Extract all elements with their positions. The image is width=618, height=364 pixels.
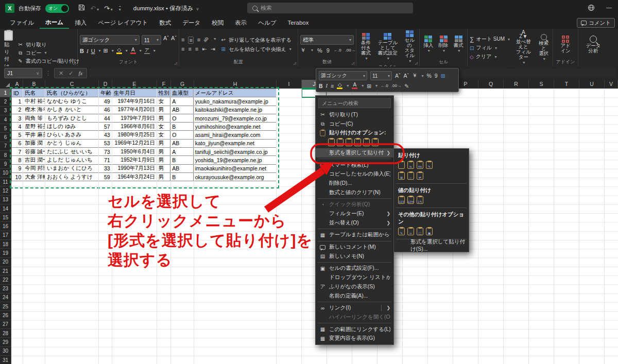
undo-icon[interactable]: ↶▾: [90, 5, 99, 12]
table-cell[interactable]: 谷藤 誠一: [23, 148, 45, 156]
table-cell[interactable]: 59: [99, 172, 112, 181]
table-cell[interactable]: O: [170, 114, 194, 122]
row-header-4[interactable]: 4: [0, 115, 11, 124]
column-header-D[interactable]: D: [99, 80, 112, 89]
fill-button[interactable]: ⊡フィル▾: [470, 44, 510, 51]
column-header-C[interactable]: C: [45, 80, 99, 89]
table-cell[interactable]: A: [170, 97, 194, 106]
tab-表示[interactable]: 表示: [229, 16, 252, 29]
row-header-23[interactable]: 23: [0, 285, 11, 293]
table-cell[interactable]: kaitokashiki@example.ne.jp: [193, 106, 276, 114]
table-cell[interactable]: yumihoshino@example.net: [193, 123, 276, 131]
menu-item-クイック分析Q[interactable]: ◔クイック分析(Q): [316, 200, 393, 210]
mini-bold-button[interactable]: B: [319, 83, 323, 89]
align-left-button[interactable]: ≡: [181, 46, 184, 53]
row-header-28[interactable]: 28: [0, 329, 11, 338]
table-header-cell[interactable]: 生年月日: [112, 89, 157, 97]
menu-item-形式を選択して貼り付けS[interactable]: 形式を選択して貼り付け(S)...❯: [316, 148, 393, 158]
increase-decimal-button[interactable]: ←.0: [334, 48, 341, 53]
row-header-17[interactable]: 17: [0, 231, 11, 240]
table-cell[interactable]: 46: [99, 106, 112, 114]
font-name-select[interactable]: 源ゴシック▾: [80, 35, 140, 45]
tab-データ[interactable]: データ: [177, 16, 206, 29]
menu-item-新しいメモN[interactable]: ▤新しいメモ(N): [316, 252, 393, 261]
column-header-R[interactable]: R: [504, 80, 529, 89]
table-cell[interactable]: 両角 等: [23, 114, 45, 122]
insert-function-icon[interactable]: fx: [78, 70, 82, 76]
mini-grow-font-button[interactable]: Aˆ: [395, 73, 401, 79]
table-header-cell[interactable]: 氏名（ひらがな）: [45, 89, 98, 97]
row-header-30[interactable]: 30: [0, 347, 11, 356]
menu-item-削除D[interactable]: 削除(D)...: [316, 179, 393, 188]
table-header-cell[interactable]: 年齢: [99, 89, 112, 97]
table-header-cell[interactable]: 氏名: [23, 89, 45, 97]
table-cell[interactable]: asami_hirai@example.com: [193, 131, 276, 139]
table-cell[interactable]: 5: [12, 131, 23, 139]
name-box[interactable]: J1∨: [4, 68, 42, 78]
search-box[interactable]: 検索: [247, 3, 413, 13]
paste-option-formatting-icon[interactable]: ✎: [398, 228, 405, 235]
table-header-cell[interactable]: 性別: [157, 89, 170, 97]
paste-option-values-icon[interactable]: 123: [337, 138, 344, 146]
row-header-18[interactable]: 18: [0, 240, 11, 249]
align-center-button[interactable]: ≡: [188, 46, 191, 53]
table-cell[interactable]: AB: [170, 139, 194, 147]
mini-fill-color-button[interactable]: ◇: [337, 82, 342, 89]
increase-indent-button[interactable]: ⇥: [210, 46, 215, 53]
document-title[interactable]: dummy.xlsx • 保存済み ∨: [133, 5, 199, 12]
paste-option-formulas-number-icon[interactable]: f%: [417, 161, 423, 169]
table-cell[interactable]: 71: [99, 156, 112, 164]
row-header-25[interactable]: 25: [0, 302, 11, 311]
row-header-12[interactable]: 12: [0, 186, 11, 195]
paste-option-picture-icon[interactable]: ▢: [417, 228, 423, 235]
table-cell[interactable]: 男: [157, 148, 170, 156]
menu-item-スマト検索L[interactable]: スマート検索(L): [316, 161, 393, 170]
number-format-select[interactable]: 標準▾: [300, 35, 354, 45]
menu-item-数式と値のクリアN[interactable]: 数式と値のクリア(N): [316, 188, 393, 197]
font-color-button[interactable]: A: [130, 47, 136, 54]
row-header-3[interactable]: 3: [0, 107, 11, 115]
mini-font-color-button[interactable]: A: [352, 82, 357, 89]
table-cell[interactable]: 4: [12, 123, 23, 131]
menu-item-切り取りT[interactable]: ✂切り取り(T): [316, 110, 393, 119]
tab-数式[interactable]: 数式: [153, 16, 177, 29]
mini-font-name-select[interactable]: 源ゴシック▾: [319, 71, 367, 80]
table-cell[interactable]: 9: [12, 164, 23, 172]
table-header-cell[interactable]: メールアドレス: [193, 89, 276, 97]
dialog-launcher-icon[interactable]: ◿: [294, 61, 296, 65]
table-cell[interactable]: AB: [170, 106, 194, 114]
menu-item-ドロップダウンリストから選択[interactable]: ドロップダウン リストから選択(K)...: [316, 273, 393, 282]
mini-percent-button[interactable]: %: [427, 73, 432, 79]
font-size-select[interactable]: 11▾: [142, 35, 161, 45]
table-cell[interactable]: 樫木 海斗: [23, 106, 45, 114]
table-cell[interactable]: 1977年4月20日: [112, 106, 157, 114]
table-cell[interactable]: 8: [12, 156, 23, 164]
paste-option-linked-picture-icon[interactable]: ▣: [426, 228, 433, 235]
table-cell[interactable]: よしだ じゅんいち: [45, 156, 98, 164]
row-header-1[interactable]: 1: [0, 89, 11, 97]
autosum-button[interactable]: ∑オート SUM▾: [470, 36, 510, 43]
paste-option-paste-icon[interactable]: [320, 130, 325, 136]
table-cell[interactable]: かとう じゅん: [45, 139, 98, 147]
row-header-31[interactable]: 31: [0, 356, 11, 364]
menu-item-ふりがなの表示S[interactable]: アふりがなの表示(S): [316, 282, 393, 291]
menu-item-ハイパリンクを開くO[interactable]: ハイパーリンクを開く(O): [316, 313, 393, 322]
tab-Terabox[interactable]: Terabox: [282, 16, 315, 29]
format-as-table-button[interactable]: テーブルとして 書式設定▾: [375, 33, 400, 61]
paste-option-link-icon[interactable]: ∞: [372, 138, 379, 146]
data-analysis-button[interactable]: データ 分析: [585, 36, 603, 54]
paste-option-paste-icon[interactable]: [328, 138, 335, 146]
italic-button[interactable]: I: [87, 48, 89, 54]
redo-icon[interactable]: ↷▾: [104, 5, 113, 12]
paste-option-formatting-icon[interactable]: ✎: [363, 138, 370, 146]
row-header-27[interactable]: 27: [0, 320, 11, 329]
paste-option-values-formatting-icon[interactable]: 1✎: [417, 196, 423, 204]
paste-option-paste-link-icon[interactable]: ∞: [407, 228, 414, 235]
table-cell[interactable]: もろずみ ひとし: [45, 114, 98, 122]
table-cell[interactable]: 吉田 潤一: [23, 156, 45, 164]
align-right-button[interactable]: ≡: [195, 46, 198, 53]
row-header-22[interactable]: 22: [0, 275, 11, 284]
mini-font-size-select[interactable]: 11▾: [370, 71, 392, 80]
menu-item-新しいコメントM[interactable]: 新しいコメント(M): [316, 242, 393, 252]
tab-ファイル[interactable]: ファイル: [4, 16, 40, 29]
